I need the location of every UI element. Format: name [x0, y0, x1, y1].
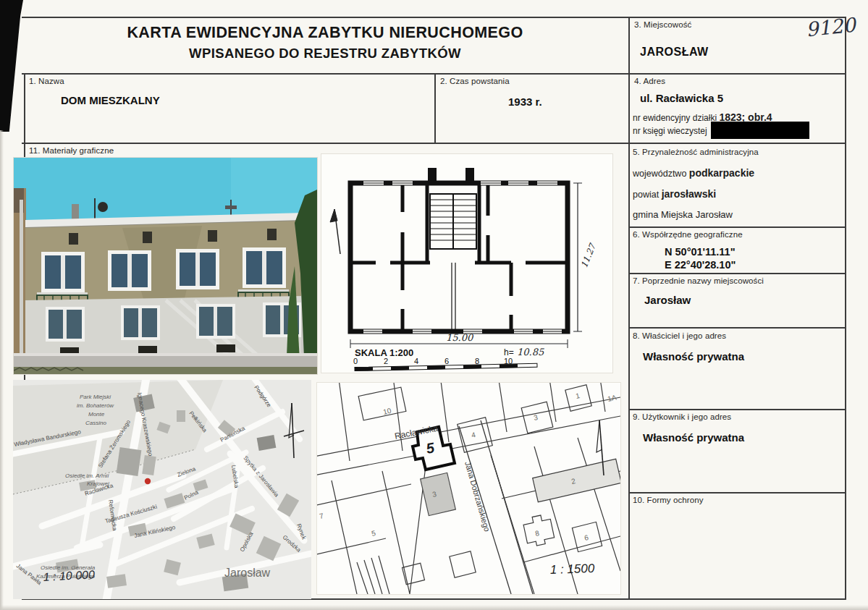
grid-line: [22, 17, 846, 18]
svg-text:im. Bohaterów: im. Bohaterów: [77, 402, 114, 409]
field7-value: Jarosław: [644, 294, 691, 306]
county-key: powiat: [633, 190, 659, 200]
field3-value: JAROSŁAW: [640, 46, 709, 59]
svg-text:Park Miejski: Park Miejski: [80, 394, 111, 400]
dimension-height: [573, 183, 582, 331]
land-register-label: nr księgi wieczystej: [633, 126, 707, 136]
svg-text:6: 6: [444, 357, 449, 365]
plan-h-value: 10.85: [517, 347, 544, 357]
svg-text:Osiedle im. Armii: Osiedle im. Armii: [65, 473, 109, 479]
svg-text:4: 4: [414, 357, 418, 365]
field4-register-row: nr księgi wieczystej: [633, 126, 707, 136]
field8-label: 8. Właściciel i jego adres: [633, 331, 726, 340]
plan-h-prefix: h=: [504, 347, 514, 357]
svg-text:3: 3: [533, 413, 539, 422]
cadastral-scale-handwritten: 1 : 1500: [549, 562, 595, 577]
field2-label: 2. Czas powstania: [440, 77, 510, 85]
grid-line: [628, 492, 846, 493]
north-arrow-icon: [330, 209, 340, 254]
field3-label: 3. Miejscowość: [634, 20, 691, 29]
scan-edge-artifact: [0, 0, 23, 132]
field1-value: DOM MIESZKALNY: [61, 94, 160, 106]
scan-edge-shadow-left: [0, 130, 4, 610]
svg-text:6: 6: [583, 533, 589, 542]
grid-line: [628, 17, 630, 599]
cadastral-street2-label: Jana Dobrzańskiego: [463, 460, 492, 533]
field11-label: 11. Materiały graficzne: [29, 146, 114, 155]
field10-label: 10. Formy ochrony: [633, 496, 704, 504]
svg-text:0: 0: [353, 357, 358, 365]
plot-number-label: nr ewidencyjny działki: [633, 113, 717, 123]
grid-line: [434, 73, 436, 143]
field4-label: 4. Adres: [634, 77, 665, 85]
field7-label: 7. Poprzednie nazwy miejscowości: [633, 276, 764, 285]
building-photo: [13, 157, 318, 375]
interior-walls: [350, 185, 568, 331]
field5-voivodeship: województwo podkarpackie: [633, 167, 754, 179]
field5-commune: gmina Miejska Jarosław: [633, 209, 733, 220]
field1-label: 1. Nazwa: [29, 77, 64, 85]
field4-address: ul. Racławicka 5: [640, 92, 723, 104]
field9-value: Własność prywatna: [643, 431, 744, 444]
field6-label: 6. Współrzędne geograficzne: [633, 230, 743, 239]
svg-text:8: 8: [534, 529, 540, 538]
heritage-record-card: KARTA EWIDENCYJNA ZABYTKU NIERUCHOMEGO W…: [0, 0, 868, 610]
svg-text:10: 10: [382, 407, 392, 416]
svg-text:4: 4: [471, 431, 476, 439]
grid-line: [628, 273, 846, 274]
handwritten-inventory-number: 9120: [805, 13, 857, 41]
height-dimension-text: 11.27: [579, 242, 598, 269]
scan-edge-shadow-bottom: [0, 605, 868, 610]
redacted-value: [711, 122, 809, 139]
floor-plan-drawing: 15.00 11.27 SKALA 1:200 h= 10.85 0 2 4 6…: [321, 153, 613, 373]
svg-text:8: 8: [475, 357, 479, 365]
adjacent-building: [421, 473, 456, 515]
svg-text:7: 7: [319, 512, 324, 520]
card-title-line1: KARTA EWIDENCYJNA ZABYTKU NIERUCHOMEGO: [22, 24, 628, 42]
latitude-value: N 50°01'11.11": [665, 246, 736, 258]
svg-text:Cassino: Cassino: [85, 420, 106, 426]
cadastral-map: Racławicka Jana Dobrzańskiego 10 4 3 1 1…: [316, 382, 621, 595]
field9-label: 9. Użytkownik i jego adres: [633, 412, 731, 421]
voivodeship-key: województwo: [633, 169, 686, 179]
card-title-line2: WPISANEGO DO REJESTRU ZABYTKÓW: [22, 46, 628, 62]
grid-line: [628, 409, 846, 410]
staircase: [430, 194, 476, 249]
grid-line: [845, 17, 846, 599]
grid-line: [628, 327, 846, 329]
city-map: Park Miejski im. Bohaterów Monte Cassino…: [13, 380, 311, 599]
longitude-value: E 22°40'28.10": [665, 259, 736, 271]
svg-text:Monte: Monte: [88, 411, 105, 418]
field8-value: Własność prywatna: [643, 350, 744, 363]
grid-line: [628, 226, 846, 228]
width-dimension-text: 15.00: [446, 332, 474, 343]
location-marker: [145, 478, 151, 484]
field5-county: powiat jarosławski: [633, 188, 716, 200]
field5-label: 5. Przynależność administracyjna: [633, 148, 759, 156]
county-value: jarosławski: [662, 188, 717, 200]
svg-text:1: 1: [575, 391, 581, 400]
field2-value: 1933 r.: [508, 96, 542, 108]
voivodeship-value: podkarpackie: [689, 167, 754, 179]
svg-text:1A: 1A: [607, 394, 618, 403]
svg-text:5: 5: [371, 529, 376, 538]
svg-text:2: 2: [384, 357, 388, 365]
map-city-name: Jarosław: [224, 567, 271, 579]
